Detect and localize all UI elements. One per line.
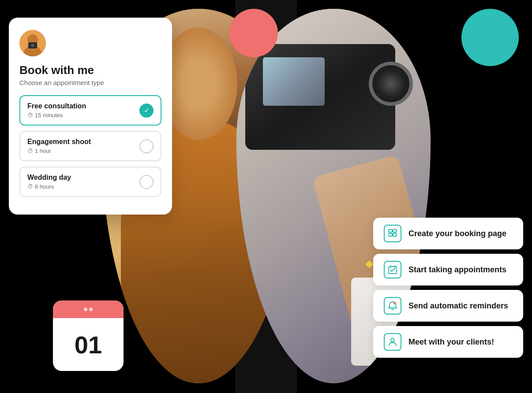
- grid-icon: [384, 225, 401, 242]
- option-left: Free consultation ⏱ 15 minutes: [27, 102, 86, 119]
- svg-point-4: [31, 44, 34, 47]
- option-title: Free consultation: [27, 102, 86, 110]
- meet-icon: [388, 337, 397, 347]
- calendar-header: [53, 300, 124, 318]
- option-duration: ⏱ 1 hour: [27, 148, 91, 154]
- cal-dot: [89, 308, 93, 311]
- option-free-consultation[interactable]: Free consultation ⏱ 15 minutes ✓: [19, 95, 161, 126]
- scene: Book with me Choose an appointment type …: [0, 0, 532, 393]
- svg-rect-7: [389, 234, 392, 236]
- feature-text-meet: Meet with your clients!: [408, 337, 494, 347]
- svg-rect-6: [393, 230, 397, 232]
- deco-teal-circle: [461, 9, 519, 66]
- clock-icon: ⏱: [27, 183, 33, 190]
- radio-unchecked: [139, 139, 154, 153]
- option-left: Engagement shoot ⏱ 1 hour: [27, 138, 91, 154]
- option-title: Engagement shoot: [27, 138, 91, 146]
- card-subtitle: Choose an appointment type: [19, 79, 161, 86]
- option-wedding-day[interactable]: Wedding day ⏱ 8 hours: [19, 167, 161, 197]
- option-duration: ⏱ 8 hours: [27, 183, 71, 190]
- feature-text-booking: Create your booking page: [408, 229, 506, 238]
- person-icon: [384, 333, 401, 351]
- calendar-widget: 01: [53, 300, 124, 371]
- option-engagement-shoot[interactable]: Engagement shoot ⏱ 1 hour: [19, 131, 161, 161]
- svg-point-10: [393, 302, 396, 304]
- feature-cards: Create your booking page Start taking ap…: [373, 218, 523, 358]
- sparkle-icon-1: ◆: [365, 257, 373, 270]
- clock-icon: ⏱: [27, 112, 33, 119]
- appointments-icon: [388, 265, 397, 274]
- feature-card-meet: Meet with your clients!: [373, 326, 523, 358]
- radio-unchecked: [139, 175, 154, 189]
- feature-card-reminders: Send automatic reminders: [373, 290, 523, 322]
- svg-rect-5: [389, 230, 392, 232]
- svg-point-11: [391, 338, 394, 342]
- avatar-image: [19, 30, 46, 56]
- check-calendar-icon: [384, 261, 401, 278]
- clock-icon: ⏱: [27, 148, 33, 154]
- radio-checked: ✓: [139, 104, 154, 118]
- feature-card-appointments: Start taking appointments: [373, 254, 523, 285]
- cal-dot: [84, 308, 87, 311]
- bell-icon: [384, 297, 401, 315]
- option-title: Wedding day: [27, 174, 71, 182]
- reminders-icon: [388, 301, 397, 311]
- feature-card-booking: Create your booking page: [373, 218, 523, 249]
- calendar-body: 01: [53, 318, 124, 371]
- feature-text-reminders: Send automatic reminders: [408, 301, 508, 311]
- svg-rect-8: [393, 234, 397, 236]
- card-title: Book with me: [19, 63, 161, 77]
- booking-card: Book with me Choose an appointment type …: [9, 18, 172, 215]
- booking-page-icon: [388, 229, 397, 238]
- avatar: [19, 30, 46, 56]
- option-left: Wedding day ⏱ 8 hours: [27, 174, 71, 190]
- calendar-day: 01: [75, 330, 102, 359]
- deco-coral-circle: [229, 9, 278, 57]
- calendar-dots: [84, 308, 93, 311]
- option-duration: ⏱ 15 minutes: [27, 112, 86, 119]
- feature-text-appointments: Start taking appointments: [408, 265, 506, 274]
